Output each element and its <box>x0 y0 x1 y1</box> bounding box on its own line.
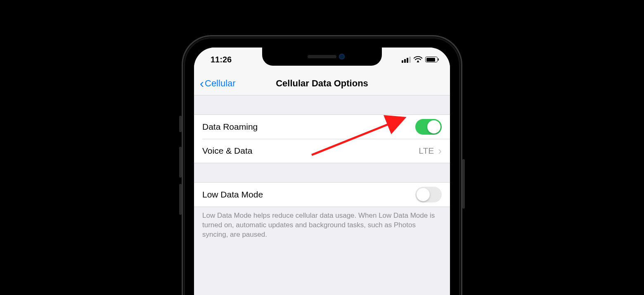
settings-group-1: Data Roaming Voice & Data LTE › <box>194 114 450 163</box>
row-label: Low Data Mode <box>202 190 263 200</box>
row-label: Voice & Data <box>202 146 252 156</box>
chevron-left-icon: ‹ <box>200 77 204 90</box>
cellular-signal-icon <box>402 57 411 63</box>
navigation-bar: ‹ Cellular Cellular Data Options <box>194 71 450 95</box>
battery-icon <box>425 57 438 62</box>
row-data-roaming[interactable]: Data Roaming <box>194 115 450 139</box>
row-value: LTE <box>419 146 434 156</box>
back-label: Cellular <box>205 78 236 89</box>
row-label: Data Roaming <box>202 122 258 132</box>
toggle-low-data-mode[interactable] <box>415 187 442 202</box>
notch <box>262 48 382 66</box>
settings-group-2: Low Data Mode <box>194 182 450 207</box>
silence-switch <box>179 116 182 132</box>
volume-down-button <box>179 184 182 215</box>
speaker-grille <box>308 55 336 58</box>
toggle-data-roaming[interactable] <box>415 119 442 135</box>
page-title: Cellular Data Options <box>276 78 368 89</box>
row-low-data-mode[interactable]: Low Data Mode <box>194 183 450 207</box>
screen: 11:26 <box>194 48 450 295</box>
phone-mockup: 11:26 <box>182 35 462 295</box>
footer-description: Low Data Mode helps reduce cellular data… <box>194 207 450 248</box>
back-button[interactable]: ‹ Cellular <box>200 77 236 90</box>
chevron-right-icon: › <box>438 145 442 157</box>
status-time: 11:26 <box>211 55 232 64</box>
front-camera <box>339 54 345 59</box>
wifi-icon <box>414 56 422 64</box>
power-button <box>462 159 465 209</box>
svg-point-0 <box>417 60 419 62</box>
row-voice-data[interactable]: Voice & Data LTE › <box>194 139 450 163</box>
volume-up-button <box>179 147 182 178</box>
